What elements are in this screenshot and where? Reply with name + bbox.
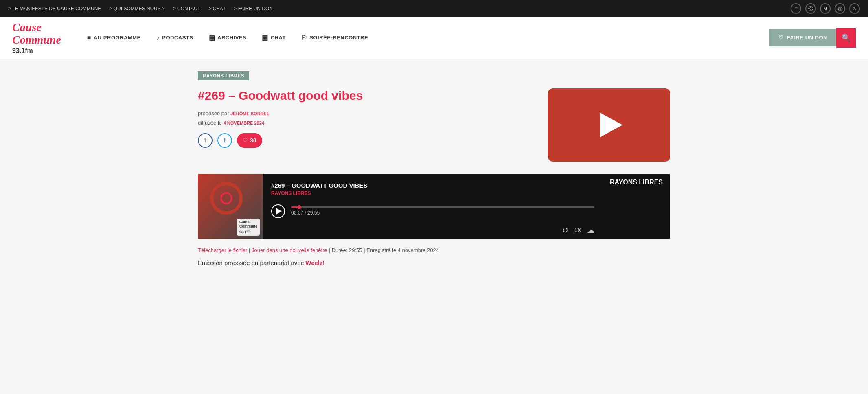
logo-freq: 93.1fm	[12, 47, 61, 55]
facebook-icon[interactable]: f	[791, 3, 801, 14]
calendar-icon: ■	[87, 34, 91, 42]
faire-don-button[interactable]: ♡ FAIRE UN DON	[769, 29, 836, 46]
gear-inner	[220, 192, 232, 204]
article-section: #269 – Goodwatt good vibes proposée par …	[198, 88, 670, 162]
rewind-icon[interactable]: ↺	[562, 226, 568, 235]
player-thumbnail: CauseCommune93.1fm	[198, 174, 263, 239]
topbar-link-don[interactable]: > FAIRE UN DON	[234, 6, 273, 11]
new-window-link[interactable]: Jouer dans une nouvelle fenêtre	[252, 247, 327, 253]
player-extra: ↺ 1X ☁	[271, 224, 594, 235]
twitter-share-icon: t	[224, 137, 226, 144]
header-actions: ♡ FAIRE UN DON 🔍	[769, 28, 856, 48]
player-title: #269 – GOODWATT GOOD VIBES	[271, 182, 594, 189]
topbar-social: f ⓒ M ◎ 𝕏	[791, 3, 860, 14]
heart-like-icon: ♡	[243, 137, 248, 144]
partner-link[interactable]: Weelz!	[305, 259, 324, 266]
flag-icon: ⚐	[301, 34, 307, 42]
nav-podcasts[interactable]: ♪ PODCASTS	[151, 31, 199, 45]
like-count: 30	[250, 137, 256, 144]
progress-dot	[297, 205, 301, 209]
category-badge: RAYONS LIBRES	[198, 71, 249, 80]
progress-fill	[291, 206, 297, 208]
play-triangle-icon	[600, 113, 623, 137]
player-thumb-image: CauseCommune93.1fm	[198, 174, 263, 239]
gear-visual	[202, 178, 255, 227]
download-links: Télécharger le fichier | Jouer dans une …	[198, 247, 670, 253]
article-title: #269 – Goodwatt good vibes	[198, 88, 524, 103]
twitter-icon[interactable]: 𝕏	[849, 3, 860, 14]
mastodon-icon[interactable]: M	[820, 3, 831, 14]
duration-info: | Durée: 29:55 | Enregistré le 4 novembr…	[329, 247, 439, 253]
chat-icon: ▣	[262, 34, 268, 42]
main-content: RAYONS LIBRES #269 – Goodwatt good vibes…	[190, 71, 678, 266]
heart-icon: ♡	[778, 35, 784, 41]
player-controls: 00:07 / 29:55	[271, 204, 594, 218]
article-info: #269 – Goodwatt good vibes proposée par …	[198, 88, 524, 148]
topbar-links: > LE MANIFESTE DE CAUSE COMMUNE > QUI SO…	[8, 6, 273, 11]
topbar-link-chat[interactable]: > CHAT	[208, 6, 226, 11]
show-label: RAYONS LIBRES	[603, 174, 670, 239]
download-icon[interactable]: ☁	[587, 226, 594, 235]
progress-bar[interactable]	[291, 206, 594, 208]
separator: |	[249, 247, 252, 253]
download-file-link[interactable]: Télécharger le fichier	[198, 247, 247, 253]
speed-button[interactable]: 1X	[574, 227, 581, 233]
date-link[interactable]: 4 NOVEMBRE 2024	[224, 120, 264, 125]
nav-soiree[interactable]: ⚐ SOIRÉE-RENCONTRE	[296, 31, 374, 45]
play-button[interactable]	[271, 204, 285, 218]
rss-icon[interactable]: ◎	[835, 3, 845, 14]
player-info: #269 – GOODWATT GOOD VIBES RAYONS LIBRES…	[263, 174, 603, 239]
youtube-play-button[interactable]	[548, 88, 670, 162]
header: Cause Commune 93.1fm ■ AU PROGRAMME ♪ PO…	[0, 17, 868, 59]
player-show: RAYONS LIBRES	[271, 190, 594, 196]
nav-archives[interactable]: ▤ ARCHIVES	[203, 31, 252, 45]
main-nav: ■ AU PROGRAMME ♪ PODCASTS ▤ ARCHIVES ▣ C…	[81, 31, 758, 45]
logo-commune: Commune	[12, 34, 61, 46]
topbar-link-qui[interactable]: > QUI SOMMES NOUS ?	[109, 6, 164, 11]
share-facebook-button[interactable]: f	[198, 133, 213, 148]
facebook-share-icon: f	[204, 137, 206, 144]
social-share: f t ♡ 30	[198, 133, 524, 148]
article-date: diffusée le 4 NOVEMBRE 2024	[198, 120, 524, 126]
play-icon	[276, 208, 282, 215]
like-button[interactable]: ♡ 30	[237, 133, 262, 148]
emission-text: Émission proposée en partenariat avec We…	[198, 259, 670, 266]
folder-icon: ▤	[209, 34, 215, 42]
share-twitter-button[interactable]: t	[217, 133, 232, 148]
time-display: 00:07 / 29:55	[291, 210, 594, 216]
instagram-icon[interactable]: ⓒ	[805, 3, 816, 14]
author-link[interactable]: JÉRÔME SORREL	[230, 111, 269, 116]
headphones-icon: ♪	[156, 34, 160, 42]
progress-bar-container[interactable]: 00:07 / 29:55	[291, 206, 594, 216]
audio-player: CauseCommune93.1fm #269 – GOODWATT GOOD …	[198, 174, 670, 239]
logo-cause: Cause	[12, 21, 61, 34]
total-time: 29:55	[307, 210, 320, 216]
search-button[interactable]: 🔍	[836, 28, 856, 48]
topbar-link-contact[interactable]: > CONTACT	[173, 6, 200, 11]
top-bar: > LE MANIFESTE DE CAUSE COMMUNE > QUI SO…	[0, 0, 868, 17]
topbar-link-manifeste[interactable]: > LE MANIFESTE DE CAUSE COMMUNE	[8, 6, 101, 11]
nav-au-programme[interactable]: ■ AU PROGRAMME	[81, 31, 147, 45]
video-container	[548, 88, 670, 162]
nav-chat[interactable]: ▣ CHAT	[256, 31, 292, 45]
article-proposed-by: proposée par JÉRÔME SORREL	[198, 110, 524, 116]
site-logo[interactable]: Cause Commune 93.1fm	[12, 21, 61, 55]
current-time: 00:07	[291, 210, 303, 216]
search-icon: 🔍	[842, 33, 850, 42]
